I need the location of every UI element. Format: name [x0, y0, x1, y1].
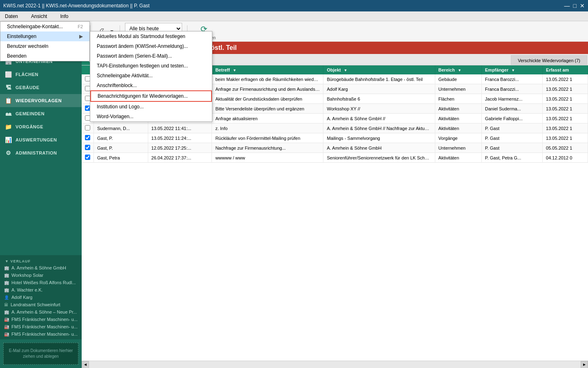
- flaechen-nav-icon: ⬜: [5, 71, 12, 78]
- word-label: Word-Vorlagen...: [97, 114, 134, 119]
- row-objekt: A. Amrhein & Söhne GmbH //: [323, 114, 435, 123]
- menu-info[interactable]: Info: [57, 13, 71, 20]
- menu-beenden[interactable]: Beenden: [0, 51, 89, 61]
- col-betreff[interactable]: Betreff ▼: [212, 65, 323, 74]
- verlauf-section: ▼ VERLAUF 🏢 A. Amrhein & Söhne GmbH 🏢 Wo…: [0, 255, 82, 339]
- row-erfasst: 13.05.2022 1: [543, 84, 588, 94]
- col-bereich[interactable]: Bereich ▼: [435, 65, 481, 74]
- submenu-institution[interactable]: Institution und Logo...: [90, 102, 212, 112]
- submenu-benachrichtigungen[interactable]: Benachrichtigungen für Wiedervorlagen...: [90, 90, 212, 102]
- sidebar-label-administration: ADMINISTRATION: [16, 150, 57, 155]
- sidebar-nav: 🔍 SUCHERGEBNISSE ✕ 🏢 UNTERNEHMEN ⬜ FLÄCH…: [0, 42, 82, 255]
- verlauf-item-9[interactable]: 🏭 FMS Fränkischer Maschinen- u...: [0, 323, 82, 330]
- sidebar-label-gemeinden: GEMEINDEN: [16, 111, 45, 116]
- verlauf-label: ▼ VERLAUF: [0, 257, 82, 264]
- row-checkbox[interactable]: [82, 153, 94, 163]
- row-erfasst: 04.12.2012 0: [543, 153, 588, 163]
- verlauf-item-10[interactable]: 🏭 FMS Fränkischer Maschinen- u...: [0, 330, 82, 338]
- verlauf-item-6[interactable]: 🏛 Landratsamt Schweinfurt: [0, 301, 82, 308]
- verlauf-item-8[interactable]: 🏭 FMS Fränkischer Maschinen- u...: [0, 316, 82, 323]
- verlauf-icon-9: 🏭: [4, 325, 9, 329]
- tab-verschickte-label: Verschickte Wiedervorlagen (7): [518, 58, 580, 63]
- verlauf-item-4[interactable]: 🏢 A. Wachter e.K.: [0, 286, 82, 294]
- verlauf-item-1[interactable]: 🏢 A. Amrhein & Söhne GmbH: [0, 264, 82, 272]
- row-datum: 12.05.2022 17:25:...: [148, 143, 212, 153]
- gebaeude-nav-icon: 🏗: [5, 84, 12, 91]
- row-objekt: Worksshop XY //: [323, 104, 435, 114]
- row-bereich: Unternehmen: [435, 143, 481, 153]
- close-button[interactable]: ✕: [580, 2, 585, 9]
- sidebar-item-gemeinden[interactable]: 🏘 GEMEINDEN: [0, 107, 82, 120]
- verlauf-icon-3: 🏢: [4, 280, 9, 285]
- sidebar-item-vorgaenge[interactable]: 📁 VORGÄNGE: [0, 120, 82, 133]
- tab-verschickte[interactable]: Verschickte Wiedervorlagen (7): [511, 55, 587, 65]
- titlebar: KWIS.net 2022-1 || KWIS.net-Anwendungsdo…: [0, 0, 588, 11]
- submenu-schnell-aktivitaet[interactable]: Schnelleingabe Aktivität...: [90, 71, 212, 81]
- row-empfaenger: Gabriele Falloppi...: [481, 114, 542, 123]
- submenu-anschrift[interactable]: Anschriftenblock...: [90, 81, 212, 90]
- schnelleingabe-label: Schnelleingabe-Kontakt...: [7, 24, 63, 29]
- horizontal-scrollbar[interactable]: ◀ ▶: [82, 361, 588, 368]
- sidebar-item-flaechen[interactable]: ⬜ FLÄCHEN: [0, 68, 82, 81]
- menu-schnelleingabe[interactable]: Schnelleingabe-Kontakt... F2: [0, 22, 89, 31]
- sidebar-item-gebaeude[interactable]: 🏗 GEBÄUDE: [0, 81, 82, 94]
- verlauf-item-7[interactable]: 🏢 A. Amrhein & Söhne – Neue Pr...: [0, 308, 82, 316]
- submenu-pw-email[interactable]: Passwort ändern (Serien-E-Mail)...: [90, 51, 212, 61]
- row-objekt: Bürogebäude Bahnhofstraße 1. Etage - öst…: [323, 74, 435, 84]
- verlauf-item-5[interactable]: 👤 Adolf Karg: [0, 294, 82, 301]
- verlauf-icon-10: 🏭: [4, 332, 9, 337]
- table-row[interactable]: Gast, P. 12.05.2022 17:25:... Nachfrage …: [82, 143, 588, 153]
- scroll-track[interactable]: [89, 361, 581, 368]
- verlauf-icon-8: 🏭: [4, 317, 9, 322]
- gemeinden-nav-icon: 🏘: [5, 110, 12, 117]
- col-empfaenger[interactable]: Empfänger ▼: [481, 65, 542, 74]
- menu-einstellungen[interactable]: Einstellungen ▶: [0, 31, 89, 41]
- sidebar-item-wiedervorlagen[interactable]: 📋 WIEDERVORLAGEN: [0, 94, 82, 107]
- scroll-right-arrow[interactable]: ▶: [581, 361, 588, 368]
- submenu-startmodul[interactable]: Aktuelles Modul als Startmodul festlegen: [90, 31, 212, 41]
- sidebar-item-auswertungen[interactable]: 📊 AUSWERTUNGEN: [0, 133, 82, 146]
- row-checkbox[interactable]: [82, 143, 94, 153]
- institution-label: Institution und Logo...: [97, 104, 144, 110]
- row-erfasst: 13.05.2022 1: [543, 104, 588, 114]
- verlauf-item-3[interactable]: 🏢 Hotel Weißes Roß Alfons Rudl...: [0, 279, 82, 286]
- row-bereich: Aktivitäten: [435, 153, 481, 163]
- auswertungen-nav-icon: 📊: [5, 137, 12, 143]
- sidebar-item-administration[interactable]: ⚙ ADMINISTRATION: [0, 146, 82, 159]
- col-objekt[interactable]: Objekt ▼: [323, 65, 435, 74]
- table-row[interactable]: Gast, P. 13.05.2022 11:24:... Rückläufer…: [82, 133, 588, 143]
- row-erfasst: 13.05.2022 1: [543, 114, 588, 123]
- startmodul-label: Aktuelles Modul als Startmodul festlegen: [97, 34, 185, 39]
- row-empfaenger: Daniel Suderma...: [481, 104, 542, 114]
- wiedervorlagen-nav-icon: 📋: [5, 97, 12, 104]
- scroll-left-arrow[interactable]: ◀: [82, 361, 89, 368]
- row-datum: 13.05.2022 11:24:...: [148, 133, 212, 143]
- col-erfasst[interactable]: Erfasst am: [543, 65, 588, 74]
- submenu-word[interactable]: Word-Vorlagen...: [90, 112, 212, 121]
- table-row[interactable]: Gast, Petra 26.04.2022 17:37:... wwwww /…: [82, 153, 588, 163]
- verlauf-label-10: FMS Fränkischer Maschinen- u...: [11, 332, 78, 337]
- verlauf-item-2[interactable]: 🏢 Workshop Solar: [0, 272, 82, 279]
- row-checkbox[interactable]: [82, 123, 94, 133]
- row-betreff: Anfrage zur Firmenausrichtung und dem Au…: [212, 84, 323, 94]
- menu-ansicht[interactable]: Ansicht: [28, 13, 50, 20]
- row-von: Gast, Petra: [94, 153, 148, 163]
- beenden-label: Beenden: [7, 53, 27, 59]
- table-row[interactable]: Sudermann, D... 13.05.2022 11:41:... z. …: [82, 123, 588, 133]
- row-bereich: Aktivitäten: [435, 114, 481, 123]
- verlauf-icon-1: 🏢: [4, 266, 9, 270]
- row-checkbox[interactable]: [82, 133, 94, 143]
- submenu-tapi[interactable]: TAPI-Einstellungen festlegen und testen.…: [90, 61, 212, 71]
- submenu-pw-kwis[interactable]: Passwort ändern (KWISnet-Anmeldung)...: [90, 41, 212, 51]
- row-von: Gast, P.: [94, 143, 148, 153]
- schnell-aktivitaet-label: Schnelleingabe Aktivität...: [97, 73, 153, 79]
- row-erfasst: 13.05.2022 1: [543, 74, 588, 84]
- email-drop-zone[interactable]: E-Mail zum Dokumentieren hierhier ziehen…: [3, 343, 78, 365]
- row-betreff: Nachfrage zur Firmenausrichtung...: [212, 143, 323, 153]
- menu-daten[interactable]: Daten: [2, 13, 21, 20]
- menu-benutzer[interactable]: Benutzer wechseln: [0, 41, 89, 51]
- maximize-button[interactable]: □: [573, 2, 577, 9]
- verlauf-label-9: FMS Fränkischer Maschinen- u...: [11, 324, 78, 329]
- verlauf-icon-4: 🏢: [4, 288, 9, 292]
- minimize-button[interactable]: —: [564, 2, 570, 9]
